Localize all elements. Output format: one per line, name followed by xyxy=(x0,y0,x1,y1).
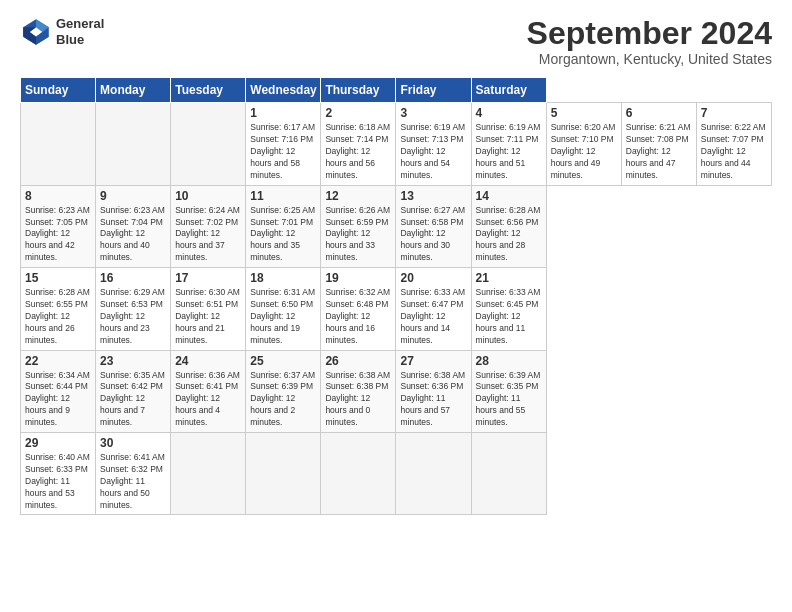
day-number: 4 xyxy=(476,106,542,120)
logo: General Blue xyxy=(20,16,104,48)
day-info: Sunrise: 6:21 AMSunset: 7:08 PMDaylight:… xyxy=(626,122,692,181)
calendar-cell: 20Sunrise: 6:33 AMSunset: 6:47 PMDayligh… xyxy=(396,268,471,350)
title-block: September 2024 Morgantown, Kentucky, Uni… xyxy=(527,16,772,67)
day-info: Sunrise: 6:23 AMSunset: 7:04 PMDaylight:… xyxy=(100,205,166,264)
calendar-cell: 26Sunrise: 6:38 AMSunset: 6:38 PMDayligh… xyxy=(321,350,396,432)
day-number: 18 xyxy=(250,271,316,285)
calendar-cell: 14Sunrise: 6:28 AMSunset: 6:56 PMDayligh… xyxy=(471,185,546,267)
day-info: Sunrise: 6:32 AMSunset: 6:48 PMDaylight:… xyxy=(325,287,391,346)
day-info: Sunrise: 6:20 AMSunset: 7:10 PMDaylight:… xyxy=(551,122,617,181)
day-number: 3 xyxy=(400,106,466,120)
calendar-week-row: 1Sunrise: 6:17 AMSunset: 7:16 PMDaylight… xyxy=(21,103,772,185)
day-number: 12 xyxy=(325,189,391,203)
page: General Blue September 2024 Morgantown, … xyxy=(0,0,792,612)
day-info: Sunrise: 6:33 AMSunset: 6:47 PMDaylight:… xyxy=(400,287,466,346)
weekday-header: Monday xyxy=(96,78,171,103)
calendar-cell: 3Sunrise: 6:19 AMSunset: 7:13 PMDaylight… xyxy=(396,103,471,185)
day-number: 28 xyxy=(476,354,542,368)
day-info: Sunrise: 6:18 AMSunset: 7:14 PMDaylight:… xyxy=(325,122,391,181)
day-info: Sunrise: 6:33 AMSunset: 6:45 PMDaylight:… xyxy=(476,287,542,346)
calendar-header-row: SundayMondayTuesdayWednesdayThursdayFrid… xyxy=(21,78,772,103)
day-info: Sunrise: 6:41 AMSunset: 6:32 PMDaylight:… xyxy=(100,452,166,511)
weekday-header: Saturday xyxy=(471,78,546,103)
calendar-cell xyxy=(471,433,546,515)
day-info: Sunrise: 6:26 AMSunset: 6:59 PMDaylight:… xyxy=(325,205,391,264)
calendar-cell xyxy=(21,103,96,185)
calendar-cell: 16Sunrise: 6:29 AMSunset: 6:53 PMDayligh… xyxy=(96,268,171,350)
calendar-cell: 12Sunrise: 6:26 AMSunset: 6:59 PMDayligh… xyxy=(321,185,396,267)
calendar-week-row: 29Sunrise: 6:40 AMSunset: 6:33 PMDayligh… xyxy=(21,433,772,515)
day-number: 26 xyxy=(325,354,391,368)
location: Morgantown, Kentucky, United States xyxy=(527,51,772,67)
day-info: Sunrise: 6:37 AMSunset: 6:39 PMDaylight:… xyxy=(250,370,316,429)
day-number: 17 xyxy=(175,271,241,285)
day-info: Sunrise: 6:28 AMSunset: 6:56 PMDaylight:… xyxy=(476,205,542,264)
day-info: Sunrise: 6:30 AMSunset: 6:51 PMDaylight:… xyxy=(175,287,241,346)
header: General Blue September 2024 Morgantown, … xyxy=(20,16,772,67)
calendar-cell: 10Sunrise: 6:24 AMSunset: 7:02 PMDayligh… xyxy=(171,185,246,267)
calendar-cell xyxy=(396,433,471,515)
day-number: 25 xyxy=(250,354,316,368)
calendar-week-row: 8Sunrise: 6:23 AMSunset: 7:05 PMDaylight… xyxy=(21,185,772,267)
calendar-cell xyxy=(171,433,246,515)
calendar-cell: 4Sunrise: 6:19 AMSunset: 7:11 PMDaylight… xyxy=(471,103,546,185)
day-number: 10 xyxy=(175,189,241,203)
calendar-cell: 9Sunrise: 6:23 AMSunset: 7:04 PMDaylight… xyxy=(96,185,171,267)
calendar-cell: 8Sunrise: 6:23 AMSunset: 7:05 PMDaylight… xyxy=(21,185,96,267)
calendar-cell: 19Sunrise: 6:32 AMSunset: 6:48 PMDayligh… xyxy=(321,268,396,350)
day-number: 27 xyxy=(400,354,466,368)
day-info: Sunrise: 6:27 AMSunset: 6:58 PMDaylight:… xyxy=(400,205,466,264)
calendar-cell xyxy=(171,103,246,185)
calendar-week-row: 22Sunrise: 6:34 AMSunset: 6:44 PMDayligh… xyxy=(21,350,772,432)
logo-icon xyxy=(20,16,52,48)
day-number: 30 xyxy=(100,436,166,450)
day-number: 20 xyxy=(400,271,466,285)
calendar-cell xyxy=(96,103,171,185)
day-number: 13 xyxy=(400,189,466,203)
day-info: Sunrise: 6:39 AMSunset: 6:35 PMDaylight:… xyxy=(476,370,542,429)
day-info: Sunrise: 6:28 AMSunset: 6:55 PMDaylight:… xyxy=(25,287,91,346)
calendar-cell: 29Sunrise: 6:40 AMSunset: 6:33 PMDayligh… xyxy=(21,433,96,515)
weekday-header: Friday xyxy=(396,78,471,103)
day-info: Sunrise: 6:23 AMSunset: 7:05 PMDaylight:… xyxy=(25,205,91,264)
day-info: Sunrise: 6:36 AMSunset: 6:41 PMDaylight:… xyxy=(175,370,241,429)
day-number: 21 xyxy=(476,271,542,285)
calendar-cell: 21Sunrise: 6:33 AMSunset: 6:45 PMDayligh… xyxy=(471,268,546,350)
calendar-cell: 2Sunrise: 6:18 AMSunset: 7:14 PMDaylight… xyxy=(321,103,396,185)
day-number: 29 xyxy=(25,436,91,450)
calendar-cell: 23Sunrise: 6:35 AMSunset: 6:42 PMDayligh… xyxy=(96,350,171,432)
day-number: 1 xyxy=(250,106,316,120)
day-number: 16 xyxy=(100,271,166,285)
day-info: Sunrise: 6:24 AMSunset: 7:02 PMDaylight:… xyxy=(175,205,241,264)
weekday-header: Thursday xyxy=(321,78,396,103)
day-info: Sunrise: 6:25 AMSunset: 7:01 PMDaylight:… xyxy=(250,205,316,264)
calendar-cell xyxy=(246,433,321,515)
calendar-week-row: 15Sunrise: 6:28 AMSunset: 6:55 PMDayligh… xyxy=(21,268,772,350)
calendar-cell: 7Sunrise: 6:22 AMSunset: 7:07 PMDaylight… xyxy=(696,103,771,185)
calendar-cell: 18Sunrise: 6:31 AMSunset: 6:50 PMDayligh… xyxy=(246,268,321,350)
day-info: Sunrise: 6:19 AMSunset: 7:13 PMDaylight:… xyxy=(400,122,466,181)
day-info: Sunrise: 6:29 AMSunset: 6:53 PMDaylight:… xyxy=(100,287,166,346)
day-number: 7 xyxy=(701,106,767,120)
day-number: 9 xyxy=(100,189,166,203)
day-number: 14 xyxy=(476,189,542,203)
day-number: 6 xyxy=(626,106,692,120)
day-info: Sunrise: 6:38 AMSunset: 6:36 PMDaylight:… xyxy=(400,370,466,429)
calendar-cell: 22Sunrise: 6:34 AMSunset: 6:44 PMDayligh… xyxy=(21,350,96,432)
day-number: 22 xyxy=(25,354,91,368)
calendar-cell: 11Sunrise: 6:25 AMSunset: 7:01 PMDayligh… xyxy=(246,185,321,267)
calendar-cell: 25Sunrise: 6:37 AMSunset: 6:39 PMDayligh… xyxy=(246,350,321,432)
calendar-cell xyxy=(321,433,396,515)
day-number: 24 xyxy=(175,354,241,368)
calendar-cell: 24Sunrise: 6:36 AMSunset: 6:41 PMDayligh… xyxy=(171,350,246,432)
day-info: Sunrise: 6:31 AMSunset: 6:50 PMDaylight:… xyxy=(250,287,316,346)
day-number: 5 xyxy=(551,106,617,120)
day-info: Sunrise: 6:34 AMSunset: 6:44 PMDaylight:… xyxy=(25,370,91,429)
calendar-cell: 28Sunrise: 6:39 AMSunset: 6:35 PMDayligh… xyxy=(471,350,546,432)
calendar-cell: 5Sunrise: 6:20 AMSunset: 7:10 PMDaylight… xyxy=(546,103,621,185)
calendar: SundayMondayTuesdayWednesdayThursdayFrid… xyxy=(20,77,772,515)
logo-text: General Blue xyxy=(56,16,104,47)
calendar-cell: 6Sunrise: 6:21 AMSunset: 7:08 PMDaylight… xyxy=(621,103,696,185)
day-number: 23 xyxy=(100,354,166,368)
calendar-cell: 13Sunrise: 6:27 AMSunset: 6:58 PMDayligh… xyxy=(396,185,471,267)
